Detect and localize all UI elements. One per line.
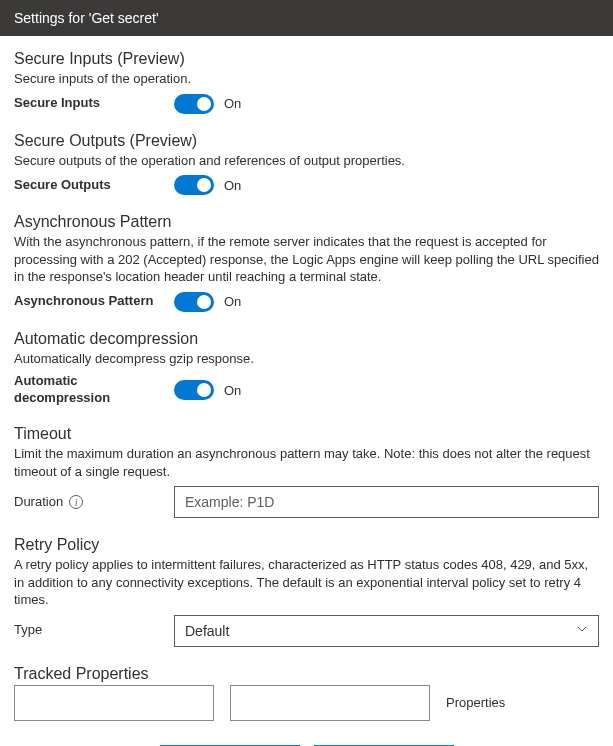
retry-policy-desc: A retry policy applies to intermittent f… xyxy=(14,556,599,609)
retry-type-select[interactable]: Default xyxy=(174,615,599,647)
retry-policy-title: Retry Policy xyxy=(14,536,599,554)
timeout-title: Timeout xyxy=(14,425,599,443)
async-pattern-toggle[interactable] xyxy=(174,292,214,312)
auto-decomp-section: Automatic decompression Automatically de… xyxy=(14,330,599,407)
timeout-section: Timeout Limit the maximum duration an as… xyxy=(14,425,599,518)
timeout-desc: Limit the maximum duration an asynchrono… xyxy=(14,445,599,480)
secure-outputs-toggle[interactable] xyxy=(174,175,214,195)
async-pattern-desc: With the asynchronous pattern, if the re… xyxy=(14,233,599,286)
async-pattern-section: Asynchronous Pattern With the asynchrono… xyxy=(14,213,599,312)
duration-label-text: Duration xyxy=(14,494,63,511)
secure-outputs-desc: Secure outputs of the operation and refe… xyxy=(14,152,599,170)
auto-decomp-toggle[interactable] xyxy=(174,380,214,400)
secure-outputs-label: Secure Outputs xyxy=(14,177,174,194)
titlebar-text: Settings for 'Get secret' xyxy=(14,10,159,26)
retry-type-label: Type xyxy=(14,622,174,639)
tracked-key-input[interactable] xyxy=(14,685,214,721)
async-pattern-title: Asynchronous Pattern xyxy=(14,213,599,231)
tracked-properties-label: Properties xyxy=(446,695,505,710)
secure-inputs-desc: Secure inputs of the operation. xyxy=(14,70,599,88)
secure-inputs-state: On xyxy=(224,96,241,111)
secure-outputs-title: Secure Outputs (Preview) xyxy=(14,132,599,150)
secure-inputs-section: Secure Inputs (Preview) Secure inputs of… xyxy=(14,50,599,114)
retry-policy-section: Retry Policy A retry policy applies to i… xyxy=(14,536,599,647)
auto-decomp-label: Automatic decompression xyxy=(14,373,174,407)
auto-decomp-title: Automatic decompression xyxy=(14,330,599,348)
tracked-value-input[interactable] xyxy=(230,685,430,721)
secure-outputs-section: Secure Outputs (Preview) Secure outputs … xyxy=(14,132,599,196)
tracked-properties-title: Tracked Properties xyxy=(14,665,599,683)
secure-outputs-state: On xyxy=(224,178,241,193)
auto-decomp-desc: Automatically decompress gzip response. xyxy=(14,350,599,368)
secure-inputs-label: Secure Inputs xyxy=(14,95,174,112)
async-pattern-label: Asynchronous Pattern xyxy=(14,293,174,310)
retry-type-value: Default xyxy=(185,623,229,639)
async-pattern-state: On xyxy=(224,294,241,309)
secure-inputs-title: Secure Inputs (Preview) xyxy=(14,50,599,68)
secure-inputs-toggle[interactable] xyxy=(174,94,214,114)
tracked-properties-section: Tracked Properties Properties xyxy=(14,665,599,721)
auto-decomp-state: On xyxy=(224,383,241,398)
timeout-label: Duration i xyxy=(14,494,174,511)
settings-content: Secure Inputs (Preview) Secure inputs of… xyxy=(0,36,613,746)
chevron-down-icon xyxy=(576,623,588,638)
titlebar: Settings for 'Get secret' xyxy=(0,0,613,36)
info-icon[interactable]: i xyxy=(69,495,83,509)
duration-input[interactable] xyxy=(174,486,599,518)
